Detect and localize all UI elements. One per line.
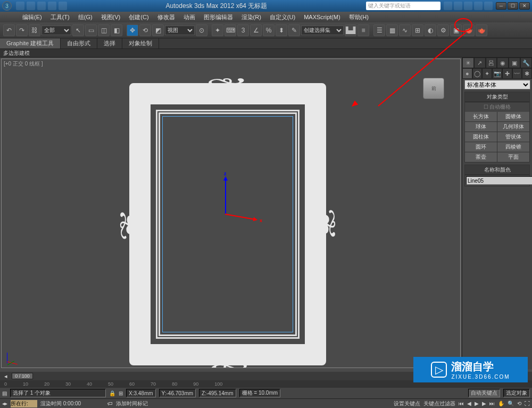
- btn-sphere[interactable]: 球体: [465, 122, 497, 132]
- btn-geosphere[interactable]: 几何球体: [497, 122, 529, 132]
- play-end-icon[interactable]: ⏭: [489, 401, 495, 406]
- infocenter-search[interactable]: 键入关键字或短语: [366, 2, 440, 10]
- play-icon[interactable]: ▶: [475, 401, 479, 406]
- nav-maximize-icon[interactable]: ⛶: [525, 401, 530, 406]
- tab-create-icon[interactable]: ☀: [462, 58, 474, 68]
- nav-zoom-icon[interactable]: 🔍: [508, 401, 514, 406]
- btn-pyramid[interactable]: 四棱锥: [497, 142, 529, 152]
- render-iterative-icon[interactable]: 🫖: [476, 25, 487, 36]
- polygon-modeling-label[interactable]: 多边形建模: [0, 49, 532, 58]
- shapes-icon[interactable]: ◯: [472, 68, 483, 79]
- play-start-icon[interactable]: ⏮: [459, 401, 464, 406]
- nav-orbit-icon[interactable]: ⟲: [517, 401, 521, 406]
- setkey-button[interactable]: 设置关键点: [394, 400, 420, 407]
- menu-help[interactable]: 帮助(H): [345, 13, 373, 21]
- btn-teapot[interactable]: 茶壶: [465, 152, 497, 162]
- tab-motion-icon[interactable]: ◉: [497, 58, 509, 68]
- btn-cylinder[interactable]: 圆柱体: [465, 132, 497, 142]
- maxscript-mini-icon[interactable]: ▤: [2, 390, 7, 396]
- menu-customize[interactable]: 自定义(U): [265, 13, 300, 21]
- angle-snap-icon[interactable]: ∠: [250, 25, 262, 36]
- edit-selection-set-icon[interactable]: ✎: [288, 25, 300, 36]
- maximize-button[interactable]: ☐: [508, 2, 518, 10]
- tab-objectpaint[interactable]: 对象绘制: [122, 38, 159, 48]
- lock-selection-icon[interactable]: 🔒: [109, 390, 115, 396]
- tab-display-icon[interactable]: ▣: [509, 58, 520, 68]
- rotate-icon[interactable]: ⟲: [139, 25, 151, 36]
- select-region-icon[interactable]: ◫: [98, 25, 110, 36]
- object-name-input[interactable]: [466, 176, 532, 185]
- tab-hierarchy-icon[interactable]: 呂: [486, 58, 497, 68]
- time-slider[interactable]: 0 / 100: [12, 373, 33, 379]
- exchange-icon[interactable]: [464, 2, 472, 10]
- viewport[interactable]: [+0 正交 0 线框 ] ❦ ❦ ❦ ❦ z x 前: [1, 59, 461, 368]
- timeline-toggle-icon[interactable]: ◂: [4, 373, 12, 380]
- add-time-tag[interactable]: 添加时间标记: [116, 400, 148, 407]
- tab-freeform[interactable]: 自由形式: [61, 38, 97, 48]
- category-dropdown[interactable]: 标准基本体: [464, 80, 530, 89]
- viewcube[interactable]: 前: [423, 78, 444, 99]
- percent-snap-icon[interactable]: %: [263, 25, 275, 36]
- gizmo-z-axis[interactable]: [225, 177, 226, 215]
- autogrid-checkbox[interactable]: ☐ 自动栅格: [465, 102, 529, 112]
- undo-icon[interactable]: ↶: [3, 25, 15, 36]
- subscription-icon[interactable]: [454, 2, 462, 10]
- key-filters-button[interactable]: 关键点过滤器: [423, 400, 455, 407]
- menu-grapheditors[interactable]: 图形编辑器: [200, 13, 237, 21]
- help-icon[interactable]: [484, 2, 493, 10]
- search-icon[interactable]: [444, 2, 452, 10]
- close-button[interactable]: ✕: [519, 2, 530, 10]
- align-icon[interactable]: ≡: [358, 25, 369, 36]
- pivot-icon[interactable]: ⊙: [196, 25, 207, 36]
- btn-box[interactable]: 长方体: [465, 112, 497, 121]
- menu-group[interactable]: 组(G): [74, 13, 97, 21]
- curve-editor-icon[interactable]: ∿: [399, 25, 411, 36]
- move-icon[interactable]: ✥: [127, 25, 138, 36]
- qat-redo-icon[interactable]: [59, 2, 67, 10]
- btn-plane[interactable]: 平面: [497, 152, 529, 162]
- menu-modifiers[interactable]: 修改器: [153, 13, 179, 21]
- favorites-icon[interactable]: [474, 2, 483, 10]
- qat-open-icon[interactable]: [27, 2, 35, 10]
- qat-new-icon[interactable]: [16, 2, 24, 10]
- link-icon[interactable]: ⛓: [29, 25, 40, 36]
- selection-set-button[interactable]: 选定对象: [503, 389, 530, 397]
- transform-gizmo[interactable]: z x: [225, 214, 226, 215]
- menu-create[interactable]: 创建(C): [124, 13, 153, 21]
- layer-manager-icon[interactable]: ☰: [373, 25, 385, 36]
- tab-selection[interactable]: 选择: [97, 38, 122, 48]
- manipulate-icon[interactable]: ✦: [212, 25, 223, 36]
- mirror-icon[interactable]: ▙▟: [345, 25, 356, 36]
- btn-cone[interactable]: 圆锥体: [497, 112, 529, 121]
- qat-undo-icon[interactable]: [48, 2, 56, 10]
- named-selection-dropdown[interactable]: 创建选择集: [301, 26, 344, 35]
- minimize-button[interactable]: ─: [496, 2, 506, 10]
- app-icon[interactable]: 3: [2, 1, 12, 11]
- tab-utilities-icon[interactable]: 🔧: [520, 58, 532, 68]
- helpers-icon[interactable]: ✚: [502, 68, 512, 79]
- redo-icon[interactable]: ↷: [16, 25, 28, 36]
- systems-icon[interactable]: ✱: [522, 68, 532, 79]
- material-editor-icon[interactable]: ◐: [425, 25, 436, 36]
- select-icon[interactable]: ↖: [72, 25, 84, 36]
- menu-maxscript[interactable]: MAXScript(M): [300, 14, 344, 20]
- qat-save-icon[interactable]: [37, 2, 46, 10]
- menu-edit[interactable]: 编辑(E): [18, 13, 46, 21]
- spinner-snap-icon[interactable]: ⬍: [276, 25, 287, 36]
- geometry-icon[interactable]: ●: [462, 68, 472, 79]
- nav-pan-icon[interactable]: ✋: [498, 401, 504, 406]
- snap-toggle-icon[interactable]: 3: [237, 25, 249, 36]
- menu-animation[interactable]: 动画: [179, 13, 200, 21]
- viewport-canvas[interactable]: ❦ ❦ ❦ ❦ z x 前: [2, 59, 460, 368]
- prompt-expand-icon[interactable]: ◂▸: [2, 401, 7, 406]
- time-tag-icon[interactable]: 🏷: [107, 401, 113, 406]
- menu-tools[interactable]: 工具(T): [46, 13, 74, 21]
- menu-rendering[interactable]: 渲染(R): [237, 13, 265, 21]
- play-prev-icon[interactable]: ◀: [467, 401, 471, 406]
- viewport-label[interactable]: [+0 正交 0 线框 ]: [4, 60, 43, 68]
- menu-views[interactable]: 视图(V): [97, 13, 125, 21]
- ref-coord-dropdown[interactable]: 视图: [165, 26, 195, 35]
- rollout-title[interactable]: 对象类型: [465, 92, 529, 102]
- tab-modify-icon[interactable]: ↗: [474, 58, 486, 68]
- select-name-icon[interactable]: ▭: [85, 25, 97, 36]
